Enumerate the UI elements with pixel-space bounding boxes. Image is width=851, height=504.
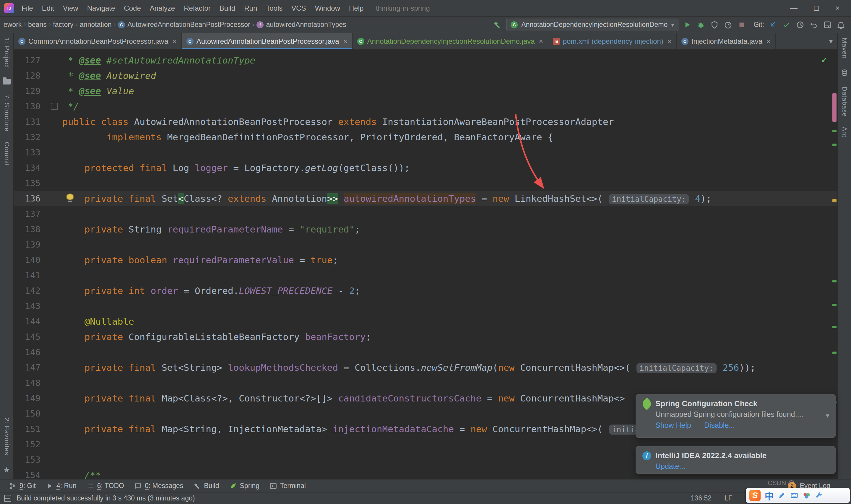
line-number[interactable]: 137 <box>14 206 49 221</box>
code-line-128[interactable]: 128 * @see Autowired <box>14 68 837 83</box>
toolwindow-switcher-icon[interactable] <box>4 495 11 502</box>
sogou-logo-icon[interactable]: S <box>749 490 761 501</box>
coverage-shield-icon[interactable] <box>710 20 719 30</box>
toolwindow-7-structure[interactable]: 7: Structure <box>3 94 11 132</box>
line-number[interactable]: 139 <box>14 237 49 252</box>
line-number[interactable]: 132 <box>14 129 49 145</box>
line-number[interactable]: 135 <box>14 176 49 191</box>
line-number[interactable]: 140 <box>14 252 49 268</box>
line-number[interactable]: 145 <box>14 329 49 344</box>
menu-code[interactable]: Code <box>120 2 145 14</box>
code-line-140[interactable]: 140 private boolean requiredParameterVal… <box>14 252 837 268</box>
toolwindow-maven[interactable]: Maven <box>841 38 848 59</box>
code-line-130[interactable]: 130− */ <box>14 99 837 114</box>
line-number[interactable]: 154 <box>14 467 49 479</box>
ime-toolbox-icon[interactable] <box>815 491 823 500</box>
editor-tab[interactable]: CCommonAnnotationBeanPostProcessor.java× <box>14 33 182 49</box>
line-number[interactable]: 144 <box>14 314 49 329</box>
line-number[interactable]: 147 <box>14 360 49 375</box>
database-icon[interactable] <box>841 69 848 76</box>
menu-tools[interactable]: Tools <box>261 2 287 14</box>
menu-analyze[interactable]: Analyze <box>145 2 179 14</box>
ime-skin-palette-icon[interactable] <box>802 491 811 500</box>
line-number[interactable]: 149 <box>14 391 49 406</box>
code-line-138[interactable]: 138 private String requiredParameterName… <box>14 221 837 237</box>
code-line-134[interactable]: 134 protected final Log logger = LogFact… <box>14 160 837 176</box>
build-hammer-icon[interactable] <box>493 20 502 30</box>
restore-layout-icon[interactable] <box>822 20 832 30</box>
line-number[interactable]: 152 <box>14 437 49 452</box>
line-number[interactable]: 129 <box>14 83 49 99</box>
breadcrumb-item-annotation[interactable]: annotation <box>78 20 113 30</box>
maximize-button[interactable]: □ <box>806 2 827 14</box>
menu-file[interactable]: File <box>17 2 38 14</box>
notification-link-disable-[interactable]: Disable... <box>704 421 735 430</box>
toolwindow-ant[interactable]: Ant <box>841 127 848 137</box>
breadcrumb-item-beans[interactable]: beans <box>27 20 48 30</box>
ime-keyboard-icon[interactable] <box>790 491 798 500</box>
menu-navigate[interactable]: Navigate <box>83 2 120 14</box>
toolwindow-button-messages[interactable]: 0: Messages <box>130 482 187 490</box>
caret-position-widget[interactable]: 136:52 <box>691 494 711 502</box>
line-number[interactable]: 131 <box>14 114 49 129</box>
vcs-update-button[interactable] <box>768 20 778 30</box>
breadcrumb-item-ework[interactable]: ework <box>2 20 23 30</box>
line-number[interactable]: 134 <box>14 160 49 176</box>
code-line-131[interactable]: 131public class AutowiredAnnotationBeanP… <box>14 114 837 129</box>
code-line-143[interactable]: 143 <box>14 299 837 314</box>
code-line-127[interactable]: 127 * @see #setAutowiredAnnotationType <box>14 53 837 68</box>
inspections-ok-icon[interactable]: ✔ <box>821 52 827 67</box>
line-number[interactable]: 133 <box>14 145 49 160</box>
menu-window[interactable]: Window <box>311 2 345 14</box>
run-configuration-select[interactable]: C AnnotationDependencyInjectionResolutio… <box>506 19 678 31</box>
hidden-tabs-chevron-icon[interactable]: ▾ <box>825 33 837 49</box>
line-number[interactable]: 153 <box>14 452 49 467</box>
vcs-history-icon[interactable] <box>795 20 805 30</box>
toolwindow-database[interactable]: Database <box>841 87 848 117</box>
menu-refactor[interactable]: Refactor <box>179 2 215 14</box>
line-number[interactable]: 128 <box>14 68 49 83</box>
code-line-145[interactable]: 145 private ConfigurableListableBeanFact… <box>14 329 837 344</box>
breadcrumb-item-autowiredannotationtypes[interactable]: fautowiredAnnotationTypes <box>255 20 347 30</box>
menu-vcs[interactable]: VCS <box>287 2 310 14</box>
line-number[interactable]: 130 <box>14 99 49 114</box>
favorites-star-icon[interactable]: ★ <box>3 465 10 474</box>
line-number[interactable]: 138 <box>14 221 49 237</box>
code-line-141[interactable]: 141 <box>14 268 837 283</box>
toolwindow-commit[interactable]: Commit <box>3 142 11 166</box>
ime-pen-icon[interactable] <box>778 491 786 500</box>
code-line-139[interactable]: 139 <box>14 237 837 252</box>
line-number[interactable]: 143 <box>14 299 49 314</box>
toolwindow-button-terminal[interactable]: Terminal <box>265 482 310 490</box>
line-number[interactable]: 136 <box>14 191 49 206</box>
notifications-bell-icon[interactable] <box>836 20 846 30</box>
code-line-147[interactable]: 147 private final Set<String> lookupMeth… <box>14 360 837 375</box>
tab-close-icon[interactable]: × <box>343 37 347 46</box>
code-line-137[interactable]: 137 <box>14 206 837 221</box>
close-button[interactable]: × <box>827 2 848 14</box>
menu-run[interactable]: Run <box>240 2 261 14</box>
code-line-135[interactable]: 135 <box>14 176 837 191</box>
code-line-132[interactable]: 132 implements MergedBeanDefinitionPostP… <box>14 129 837 145</box>
breadcrumb-item-autowiredannotationbeanpostprocessor[interactable]: CAutowiredAnnotationBeanPostProcessor <box>117 20 251 30</box>
profiler-icon[interactable] <box>723 20 733 30</box>
menu-edit[interactable]: Edit <box>38 2 58 14</box>
toolwindow-2-favorites[interactable]: 2: Favorites <box>3 418 11 455</box>
code-line-129[interactable]: 129 * @see Value <box>14 83 837 99</box>
toolwindow-button-todo[interactable]: 6: TODO <box>83 482 128 490</box>
folder-icon[interactable] <box>3 79 11 85</box>
minimize-button[interactable]: — <box>782 2 806 14</box>
line-number[interactable]: 141 <box>14 268 49 283</box>
line-number[interactable]: 127 <box>14 53 49 68</box>
notification-link-show-help[interactable]: Show Help <box>655 421 691 430</box>
line-number[interactable]: 150 <box>14 406 49 421</box>
toolwindow-1-project[interactable]: 1: Project <box>3 38 11 68</box>
stop-button[interactable] <box>737 20 746 30</box>
line-number[interactable]: 148 <box>14 375 49 391</box>
tab-close-icon[interactable]: × <box>173 37 177 46</box>
code-line-144[interactable]: 144 @Nullable <box>14 314 837 329</box>
fold-marker-icon[interactable]: − <box>51 103 58 110</box>
debug-bug-icon[interactable] <box>696 20 706 30</box>
vcs-commit-button[interactable] <box>782 20 791 30</box>
editor-tab[interactable]: CAutowiredAnnotationBeanPostProcessor.ja… <box>182 33 352 49</box>
